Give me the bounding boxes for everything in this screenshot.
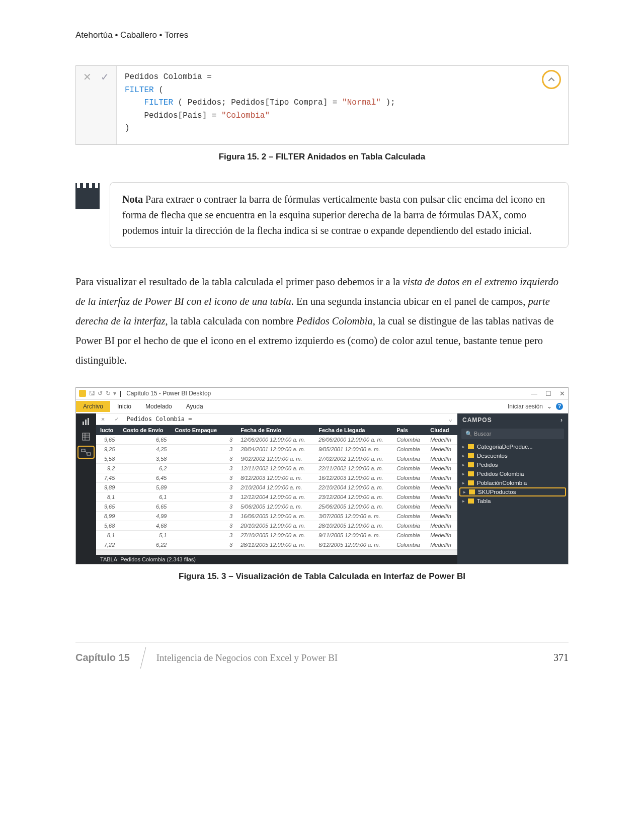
column-header[interactable] (224, 425, 236, 435)
table-row[interactable]: 9,656,6535/06/2005 12:00:00 a. m.25/06/2… (96, 502, 457, 511)
signin-link[interactable]: Iniciar sesión (508, 403, 543, 410)
tab-inicio[interactable]: Inicio (110, 401, 138, 412)
column-header[interactable]: País (392, 425, 426, 435)
svg-rect-7 (82, 449, 85, 452)
authors-line: Atehortúa • Caballero • Torres (75, 30, 569, 40)
page-number: 371 (553, 652, 569, 663)
table-row[interactable]: 7,456,4538/12/2003 12:00:00 a. m.16/12/2… (96, 473, 457, 482)
table-row[interactable]: 9,895,8932/10/2004 12:00:00 a. m.22/10/2… (96, 482, 457, 492)
table-row[interactable]: 7,226,22328/11/2005 12:00:00 a. m.6/12/2… (96, 540, 457, 549)
table-row[interactable]: 5,684,68320/10/2005 12:00:00 a. m.28/10/… (96, 521, 457, 530)
figure-15-2-caption: Figura 15. 2 – FILTER Anidados en Tabla … (75, 152, 569, 162)
column-header[interactable]: lucto (96, 425, 119, 435)
notebook-icon (75, 183, 100, 209)
quick-access-toolbar[interactable]: 🖫 ↺ ↻ ▾ (89, 390, 117, 397)
svg-rect-8 (87, 453, 91, 455)
note-label: Nota (122, 194, 143, 205)
accept-icon: ✓ (101, 71, 109, 83)
data-table: luctoCosto de EnvíoCosto EmpaqueFecha de… (96, 425, 457, 550)
collapse-toggle-highlight (542, 70, 561, 89)
chevron-right-icon[interactable]: › (560, 416, 563, 424)
chevron-down-icon[interactable]: ⌄ (444, 413, 457, 425)
book-title: Inteligencia de Negocios con Excel y Pow… (156, 652, 338, 663)
fields-search-input[interactable]: 🔍 Buscar (461, 429, 564, 439)
horizontal-scrollbar[interactable] (96, 550, 457, 555)
field-item[interactable]: ▸Tabla (457, 496, 568, 506)
table-row[interactable]: 9,254,25328/04/2001 12:00:00 a. m.9/05/2… (96, 444, 457, 454)
table-row[interactable]: 9,656,65312/06/2000 12:00:00 a. m.26/06/… (96, 435, 457, 445)
fields-panel-title: CAMPOS (462, 416, 492, 424)
powerbi-screenshot: 🖫 ↺ ↻ ▾ | Capítulo 15 - Power BI Desktop… (75, 387, 569, 564)
report-view-icon[interactable] (80, 415, 92, 428)
tab-ayuda[interactable]: Ayuda (179, 401, 210, 412)
chapter-label: Capítulo 15 (75, 652, 143, 663)
svg-rect-3 (83, 433, 90, 440)
field-item[interactable]: ▸PoblaciónColombia (457, 478, 568, 487)
maximize-icon[interactable]: ☐ (545, 390, 551, 397)
help-icon[interactable]: ? (556, 403, 563, 410)
accept-small-icon[interactable]: ✓ (110, 413, 123, 425)
powerbi-logo-icon (79, 390, 86, 397)
field-item[interactable]: ▸Pedidos Colombia (457, 469, 568, 478)
svg-rect-0 (83, 422, 84, 425)
tab-archivo[interactable]: Archivo (76, 401, 110, 412)
field-item[interactable]: ▸CategoriaDeProduc... (457, 442, 568, 451)
cancel-small-icon[interactable]: ✕ (96, 413, 110, 425)
svg-rect-2 (88, 418, 89, 425)
tab-modelado[interactable]: Modelado (138, 401, 179, 412)
dax-code: Pedidos Colombia = FILTER ( FILTER ( Ped… (116, 66, 568, 144)
svg-line-9 (85, 451, 87, 454)
svg-rect-1 (85, 420, 87, 425)
cancel-icon: ✕ (83, 71, 92, 83)
table-row[interactable]: 9,26,2312/11/2002 12:00:00 a. m.22/11/20… (96, 463, 457, 473)
table-row[interactable]: 5,583,5839/02/2002 12:00:00 a. m.27/02/2… (96, 454, 457, 463)
chevron-up-icon (548, 76, 555, 83)
figure-15-3-caption: Figura 15. 3 – Visualización de Tabla Ca… (75, 571, 569, 581)
table-row[interactable]: 8,16,1312/12/2004 12:00:00 a. m.23/12/20… (96, 492, 457, 502)
model-view-icon[interactable] (77, 446, 95, 459)
column-header[interactable]: Ciudad (426, 425, 457, 435)
field-item[interactable]: ▸Pedidos (457, 460, 568, 469)
table-row[interactable]: 8,994,99316/06/2005 12:00:00 a. m.3/07/2… (96, 511, 457, 521)
dax-formula-bar: ✕ ✓ Pedidos Colombia = FILTER ( FILTER (… (75, 65, 569, 145)
column-header[interactable]: Fecha de Llegada (314, 425, 392, 435)
column-header[interactable]: Costo Empaque (171, 425, 224, 435)
table-row[interactable]: 8,15,1327/10/2005 12:00:00 a. m.9/11/200… (96, 530, 457, 540)
minimize-icon[interactable]: — (531, 390, 537, 397)
data-view-icon[interactable] (80, 431, 92, 443)
status-bar-text: TABLA: Pedidos Colombia (2.343 filas) (96, 555, 457, 564)
note-callout: Nota Para extraer o contraer la barra de… (75, 182, 569, 248)
formula-bar-text[interactable]: Pedidos Colombia = (123, 413, 443, 425)
note-text: Para extraer o contraer la barra de fórm… (122, 194, 545, 236)
window-title: Capítulo 15 - Power BI Desktop (126, 390, 211, 397)
column-header[interactable]: Fecha de Envío (236, 425, 314, 435)
page-footer: Capítulo 15 Inteligencia de Negocios con… (75, 642, 569, 669)
column-header[interactable]: Costo de Envío (119, 425, 171, 435)
chevron-down-icon[interactable]: ⌄ (547, 403, 552, 410)
close-icon[interactable]: ✕ (559, 390, 565, 397)
body-paragraph: Para visualizar el resultado de la tabla… (75, 272, 569, 370)
field-item[interactable]: ▸Descuentos (457, 451, 568, 460)
field-item[interactable]: ▸SKUProductos (459, 487, 566, 496)
